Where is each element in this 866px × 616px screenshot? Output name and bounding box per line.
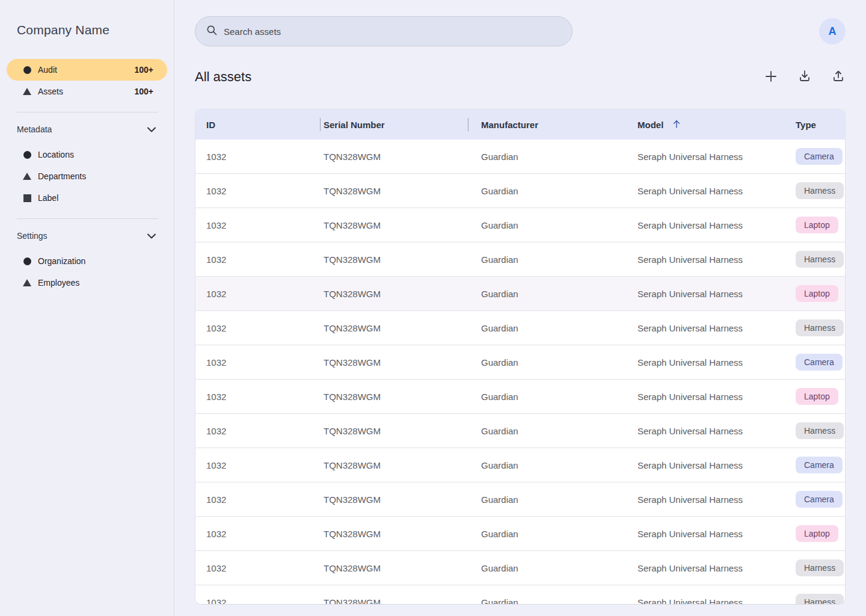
cell-serial-number: TQN328WGM: [320, 563, 468, 573]
cell-serial-number: TQN328WGM: [320, 460, 468, 470]
sidebar-section-item[interactable]: Label: [0, 187, 174, 209]
chevron-down-icon: [147, 231, 156, 241]
type-badge: Laptop: [796, 525, 838, 542]
chevron-down-icon: [147, 125, 156, 134]
table-row[interactable]: 1032 TQN328WGM Guardian Seraph Universal…: [195, 585, 845, 605]
cell-serial-number: TQN328WGM: [320, 152, 468, 162]
cell-type: Harness: [782, 422, 845, 439]
main-content: A All assets: [174, 0, 866, 616]
section-item-icon: [23, 257, 31, 265]
table-row[interactable]: 1032 TQN328WGM Guardian Seraph Universal…: [195, 414, 845, 448]
cell-manufacturer: Guardian: [468, 220, 625, 230]
type-badge: Harness: [796, 319, 844, 336]
search-input[interactable]: [224, 26, 562, 37]
sidebar-nav-item[interactable]: Assets 100+: [7, 81, 167, 102]
nav-item-icon: [23, 66, 31, 74]
table-row[interactable]: 1032 TQN328WGM Guardian Seraph Universal…: [195, 345, 845, 380]
column-divider: [468, 118, 468, 131]
cell-id: 1032: [195, 254, 320, 265]
cell-serial-number: TQN328WGM: [320, 426, 468, 436]
sidebar-divider: [17, 112, 158, 112]
cell-id: 1032: [195, 494, 320, 505]
cell-manufacturer: Guardian: [468, 426, 625, 436]
section-item-icon: [23, 173, 31, 180]
section-item-label: Organization: [38, 256, 85, 266]
column-header-manufacturer[interactable]: Manufacturer: [468, 109, 625, 140]
table-row[interactable]: 1032 TQN328WGM Guardian Seraph Universal…: [195, 140, 845, 174]
column-divider: [320, 118, 321, 131]
nav-item-count: 100+: [134, 65, 153, 75]
cell-id: 1032: [195, 392, 320, 402]
nav-item-label: Audit: [38, 65, 57, 75]
cell-model: Seraph Universal Harness: [625, 426, 782, 436]
sidebar-divider: [17, 218, 158, 219]
search-bar[interactable]: [195, 16, 573, 46]
page-title: All assets: [195, 69, 251, 85]
cell-id: 1032: [195, 220, 320, 230]
cell-manufacturer: Guardian: [468, 186, 625, 196]
type-badge: Laptop: [796, 388, 838, 405]
cell-serial-number: TQN328WGM: [320, 220, 468, 230]
sidebar: Company Name Audit 100+ Assets 100+ Meta…: [0, 0, 174, 616]
column-header-model[interactable]: Model: [625, 109, 782, 140]
table-row[interactable]: 1032 TQN328WGM Guardian Seraph Universal…: [195, 482, 845, 517]
column-header-id[interactable]: ID: [195, 109, 320, 140]
type-badge: Camera: [796, 491, 843, 508]
cell-serial-number: TQN328WGM: [320, 357, 468, 368]
cell-id: 1032: [195, 357, 320, 368]
table-row[interactable]: 1032 TQN328WGM Guardian Seraph Universal…: [195, 174, 845, 208]
title-actions: [764, 70, 846, 84]
cell-serial-number: TQN328WGM: [320, 392, 468, 402]
add-asset-button[interactable]: [764, 70, 778, 84]
cell-model: Seraph Universal Harness: [625, 529, 782, 539]
type-badge: Camera: [796, 148, 843, 165]
cell-id: 1032: [195, 529, 320, 539]
table-row[interactable]: 1032 TQN328WGM Guardian Seraph Universal…: [195, 380, 845, 414]
table-body: 1032 TQN328WGM Guardian Seraph Universal…: [195, 140, 845, 605]
assets-table: ID Serial Number Manufacturer Model Type: [195, 109, 846, 605]
table-row[interactable]: 1032 TQN328WGM Guardian Seraph Universal…: [195, 551, 845, 585]
cell-manufacturer: Guardian: [468, 152, 625, 162]
cell-model: Seraph Universal Harness: [625, 494, 782, 505]
cell-type: Harness: [782, 251, 845, 268]
table-row[interactable]: 1032 TQN328WGM Guardian Seraph Universal…: [195, 448, 845, 482]
cell-serial-number: TQN328WGM: [320, 323, 468, 333]
sidebar-section-settings: Settings Organization Employees: [0, 225, 174, 294]
sidebar-section-item[interactable]: Organization: [0, 250, 174, 272]
sidebar-nav-item[interactable]: Audit 100+: [7, 59, 167, 81]
sidebar-section-item[interactable]: Departments: [0, 165, 174, 187]
cell-serial-number: TQN328WGM: [320, 529, 468, 539]
cell-id: 1032: [195, 460, 320, 470]
download-button[interactable]: [797, 70, 812, 84]
cell-id: 1032: [195, 597, 320, 605]
section-label: Settings: [17, 231, 48, 241]
cell-model: Seraph Universal Harness: [625, 323, 782, 333]
cell-manufacturer: Guardian: [468, 563, 625, 573]
table-row[interactable]: 1032 TQN328WGM Guardian Seraph Universal…: [195, 311, 845, 345]
cell-manufacturer: Guardian: [468, 357, 625, 368]
title-row: All assets: [195, 63, 846, 91]
type-badge: Harness: [796, 422, 844, 439]
table-row[interactable]: 1032 TQN328WGM Guardian Seraph Universal…: [195, 517, 845, 551]
cell-manufacturer: Guardian: [468, 323, 625, 333]
section-item-label: Employees: [38, 278, 79, 288]
section-header-settings[interactable]: Settings: [0, 225, 174, 247]
column-header-type[interactable]: Type: [782, 109, 845, 140]
section-item-icon: [23, 151, 31, 159]
sort-ascending-icon[interactable]: [671, 119, 682, 131]
cell-manufacturer: Guardian: [468, 597, 625, 605]
table-row[interactable]: 1032 TQN328WGM Guardian Seraph Universal…: [195, 208, 845, 242]
sidebar-section-item[interactable]: Locations: [0, 144, 174, 165]
sidebar-section-item[interactable]: Employees: [0, 272, 174, 294]
column-header-serial-number[interactable]: Serial Number: [320, 109, 468, 140]
section-header-metadata[interactable]: Metadata: [0, 119, 174, 140]
type-badge: Camera: [796, 354, 843, 371]
avatar[interactable]: A: [819, 18, 846, 45]
table-row[interactable]: 1032 TQN328WGM Guardian Seraph Universal…: [195, 277, 845, 311]
type-badge: Harness: [796, 182, 844, 199]
upload-button[interactable]: [831, 70, 846, 84]
cell-type: Camera: [782, 457, 845, 473]
cell-type: Harness: [782, 319, 845, 336]
cell-serial-number: TQN328WGM: [320, 186, 468, 196]
table-row[interactable]: 1032 TQN328WGM Guardian Seraph Universal…: [195, 242, 845, 277]
